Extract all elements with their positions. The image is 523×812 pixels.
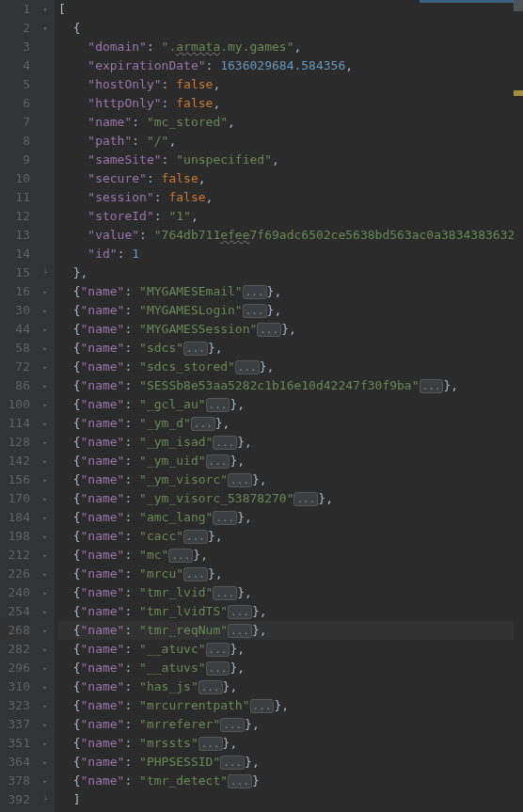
fold-expand-icon[interactable]: ▸	[40, 362, 50, 372]
code-line[interactable]: {"name": "tmr_lvidTS"...},	[58, 602, 523, 621]
code-line[interactable]: "httpOnly": false,	[58, 94, 523, 113]
code-line[interactable]: "session": false,	[58, 188, 523, 207]
code-line[interactable]: {"name": "tmr_detect"...}	[58, 772, 523, 790]
code-line[interactable]: {"name": "has_js"...},	[58, 677, 523, 696]
fold-expand-icon[interactable]: ▸	[40, 438, 50, 447]
code-line[interactable]: {"name": "MYGAMESSession"...},	[58, 320, 523, 339]
fold-expand-icon[interactable]: ▸	[40, 456, 50, 466]
line-number: 13	[0, 226, 30, 245]
code-line[interactable]: {"name": "mrssts"...},	[58, 734, 523, 753]
fold-expand-icon[interactable]: ▸	[40, 701, 50, 710]
code-line[interactable]: {"name": "MYGAMESEmail"...},	[58, 282, 523, 301]
code-line[interactable]: {"name": "_gcl_au"...},	[58, 395, 523, 414]
scrollbar-track[interactable]	[514, 0, 523, 812]
line-number: 15	[0, 263, 30, 282]
fold-expand-icon[interactable]: ▸	[40, 306, 50, 315]
code-line[interactable]: "path": "/",	[58, 132, 523, 151]
fold-end-icon: └	[40, 795, 50, 804]
fold-expand-icon[interactable]: ▸	[40, 325, 50, 334]
fold-expand-icon[interactable]: ▸	[40, 607, 50, 616]
code-line[interactable]: "secure": false,	[58, 169, 523, 188]
fold-expand-icon[interactable]: ▸	[40, 287, 50, 296]
line-number: 337	[0, 715, 30, 734]
code-line[interactable]: {"name": "__atuvc"...},	[58, 640, 523, 659]
code-line[interactable]: "domain": ".armata.my.games",	[58, 38, 523, 56]
fold-expand-icon[interactable]: ▸	[40, 682, 50, 692]
code-line[interactable]: "id": 1	[58, 245, 523, 263]
code-line[interactable]: "storeId": "1",	[58, 207, 523, 226]
line-number: 9	[0, 151, 30, 169]
fold-expand-icon[interactable]: ▸	[40, 343, 50, 353]
fold-collapse-icon[interactable]: ▾	[40, 5, 50, 14]
line-number: 7	[0, 113, 30, 132]
fold-expand-icon[interactable]: ▸	[40, 757, 50, 767]
code-line[interactable]: {"name": "PHPSESSID"...},	[58, 753, 523, 772]
fold-expand-icon[interactable]: ▸	[40, 663, 50, 673]
code-line[interactable]: {"name": "mrcu"...},	[58, 565, 523, 583]
line-number: 12	[0, 207, 30, 226]
code-line[interactable]: {"name": "sdcs"...},	[58, 339, 523, 358]
code-line[interactable]: {"name": "_ym_isad"...},	[58, 433, 523, 452]
code-line[interactable]: ]	[58, 790, 523, 809]
code-line[interactable]: {"name": "MYGAMESLogin"...},	[58, 301, 523, 320]
line-number: 364	[0, 753, 30, 772]
code-line[interactable]: },	[58, 263, 523, 282]
fold-end-icon: └	[40, 268, 50, 278]
line-number: 378	[0, 772, 30, 790]
code-area[interactable]: [ { "domain": ".armata.my.games", "expir…	[55, 0, 523, 812]
code-line[interactable]: {"name": "tmr_reqNum"...},	[58, 621, 523, 640]
fold-expand-icon[interactable]: ▸	[40, 400, 50, 409]
code-line[interactable]: {"name": "cacc"...},	[58, 527, 523, 546]
code-line[interactable]: "value": "764db711efee7f69adc6502ce5638b…	[58, 226, 523, 245]
code-line[interactable]: [	[58, 0, 523, 19]
line-number: 198	[0, 527, 30, 546]
line-number: 184	[0, 508, 30, 527]
code-line[interactable]: {"name": "SESSb8e53aa5282c1b16e10d42247f…	[58, 376, 523, 395]
fold-expand-icon[interactable]: ▸	[40, 532, 50, 541]
line-number: 58	[0, 339, 30, 358]
line-number: 296	[0, 659, 30, 677]
line-number: 30	[0, 301, 30, 320]
fold-expand-icon[interactable]: ▸	[40, 626, 50, 635]
fold-expand-icon[interactable]: ▸	[40, 588, 50, 597]
code-line[interactable]: {"name": "_ym_uid"...},	[58, 452, 523, 470]
fold-expand-icon[interactable]: ▸	[40, 776, 50, 786]
scroll-marker	[514, 0, 523, 11]
line-number: 5	[0, 75, 30, 94]
fold-collapse-icon[interactable]: ▾	[40, 24, 50, 33]
fold-expand-icon[interactable]: ▸	[40, 720, 50, 729]
line-number: 10	[0, 169, 30, 188]
scroll-warning-marker	[514, 90, 523, 96]
line-number: 4	[0, 56, 30, 75]
code-line[interactable]: "sameSite": "unspecified",	[58, 151, 523, 169]
code-line[interactable]: {"name": "mrreferer"...},	[58, 715, 523, 734]
code-line[interactable]: {"name": "_ym_d"...},	[58, 414, 523, 433]
code-line[interactable]: "hostOnly": false,	[58, 75, 523, 94]
code-line[interactable]: {"name": "_ym_visorc"...},	[58, 470, 523, 489]
line-number: 310	[0, 677, 30, 696]
fold-expand-icon[interactable]: ▸	[40, 381, 50, 390]
code-line[interactable]: "name": "mc_stored",	[58, 113, 523, 132]
code-line[interactable]: {"name": "tmr_lvid"...},	[58, 583, 523, 602]
code-line[interactable]: {"name": "sdcs_stored"...},	[58, 358, 523, 376]
line-number: 142	[0, 452, 30, 470]
code-line[interactable]: {"name": "_ym_visorc_53878270"...},	[58, 489, 523, 508]
code-line[interactable]: {"name": "mrcurrentpath"...},	[58, 696, 523, 715]
line-number: 392	[0, 790, 30, 809]
fold-expand-icon[interactable]: ▸	[40, 419, 50, 428]
code-line[interactable]: {"name": "amc_lang"...},	[58, 508, 523, 527]
fold-expand-icon[interactable]: ▸	[40, 739, 50, 748]
fold-expand-icon[interactable]: ▸	[40, 475, 50, 485]
line-number: 11	[0, 188, 30, 207]
fold-expand-icon[interactable]: ▸	[40, 513, 50, 522]
line-number: 351	[0, 734, 30, 753]
fold-expand-icon[interactable]: ▸	[40, 645, 50, 654]
code-line[interactable]: {"name": "__atuvs"...},	[58, 659, 523, 677]
fold-expand-icon[interactable]: ▸	[40, 494, 50, 503]
line-number: 2	[0, 19, 30, 38]
fold-expand-icon[interactable]: ▸	[40, 569, 50, 579]
code-line[interactable]: {"name": "mc"...},	[58, 546, 523, 565]
fold-expand-icon[interactable]: ▸	[40, 550, 50, 560]
code-line[interactable]: "expirationDate": 1636029684.584356,	[58, 56, 523, 75]
code-line[interactable]: {	[58, 19, 523, 38]
